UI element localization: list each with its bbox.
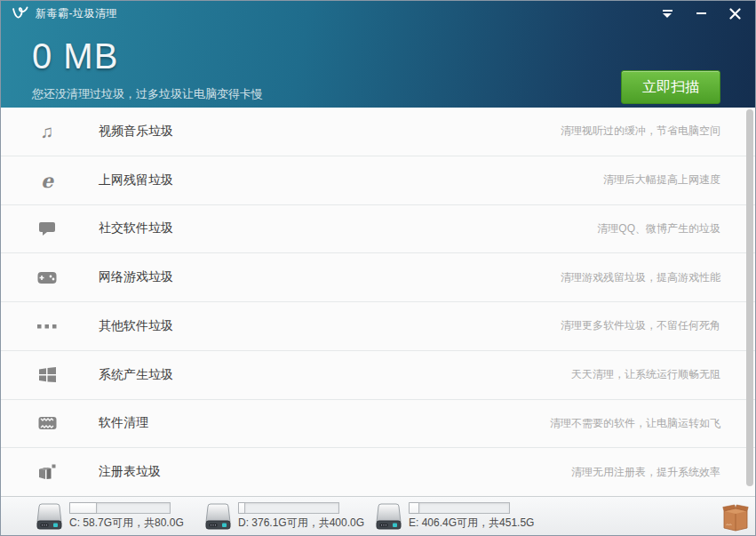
category-desc: 清理后大幅提高上网速度 (603, 172, 720, 188)
category-title: 其他软件垃圾 (99, 318, 173, 334)
disk-usage-bar (238, 502, 339, 514)
disk-usage-fill (410, 503, 419, 513)
app-window: 新毒霸-垃圾清理 0 MB 您还没清理过垃圾，过多垃圾让电 (0, 0, 756, 536)
category-title: 软件清理 (99, 415, 148, 431)
disk-usage-fill (70, 503, 97, 513)
category-desc: 清理不需要的软件，让电脑运转如飞 (550, 416, 720, 431)
window-controls (657, 4, 744, 22)
minimize-icon (696, 12, 706, 14)
category-title: 上网残留垃圾 (99, 172, 173, 188)
category-row-online-games[interactable]: 网络游戏垃圾 清理游戏残留垃圾，提高游戏性能 (1, 253, 755, 302)
windows-logo-icon (33, 367, 61, 382)
header: 新毒霸-垃圾清理 0 MB 您还没清理过垃圾，过多垃圾让电 (1, 1, 755, 108)
category-desc: 清理QQ、微博产生的垃圾 (597, 221, 720, 236)
disk-label: E: 406.4G可用，共451.5G (409, 516, 534, 531)
disk-usage-fill (239, 503, 245, 513)
status-bar: C: 58.7G可用，共80.0G D: 376.1G可用，共400.0G (1, 496, 755, 536)
category-title: 网络游戏垃圾 (99, 269, 173, 285)
ie-browser-icon: e (33, 169, 61, 192)
scrollbar-thumb[interactable] (746, 109, 753, 486)
music-note-icon: ♫ (33, 123, 61, 140)
category-row-system-junk[interactable]: 系统产生垃圾 天天清理，让系统运行顺畅无阻 (1, 351, 755, 400)
category-desc: 清理无用注册表，提升系统效率 (571, 465, 720, 480)
hero-section: 0 MB 您还没清理过垃圾，过多垃圾让电脑变得卡慢 立即扫描 (1, 26, 755, 102)
category-row-registry-junk[interactable]: 注册表垃圾 清理无用注册表，提升系统效率 (1, 448, 755, 496)
disk-status-e: E: 406.4G可用，共451.5G (374, 502, 534, 531)
registry-cube-icon (33, 464, 61, 481)
category-row-video-music[interactable]: ♫ 视频音乐垃圾 清理视听过的缓冲，节省电脑空间 (1, 108, 755, 156)
duba-logo-icon (12, 5, 29, 21)
category-desc: 清理游戏残留垃圾，提高游戏性能 (561, 270, 720, 285)
hard-drive-icon (35, 502, 64, 531)
category-title: 视频音乐垃圾 (99, 124, 173, 140)
junk-category-list: ♫ 视频音乐垃圾 清理视听过的缓冲，节省电脑空间 e 上网残留垃圾 清理后大幅提… (1, 108, 755, 496)
minimize-button[interactable] (691, 4, 711, 22)
titlebar: 新毒霸-垃圾清理 (1, 1, 755, 26)
category-title: 系统产生垃圾 (99, 367, 173, 383)
cardboard-box-icon (722, 502, 749, 532)
recycle-box-button[interactable] (722, 502, 749, 532)
disk-usage-bar (409, 502, 510, 514)
gamepad-icon (33, 271, 61, 284)
category-title: 社交软件垃圾 (99, 220, 173, 236)
disk-label: C: 58.7G可用，共80.0G (69, 516, 184, 531)
main-menu-button[interactable] (657, 4, 677, 22)
menu-icon (663, 10, 672, 18)
software-box-icon (33, 416, 61, 430)
scan-now-button[interactable]: 立即扫描 (621, 70, 720, 104)
category-desc: 清理更多软件垃圾，不留任何死角 (561, 318, 720, 333)
close-button[interactable] (725, 4, 744, 22)
disk-label: D: 376.1G可用，共400.0G (238, 516, 364, 531)
category-row-software-cleanup[interactable]: 软件清理 清理不需要的软件，让电脑运转如飞 (1, 400, 755, 449)
category-row-social-apps[interactable]: 社交软件垃圾 清理QQ、微博产生的垃圾 (1, 205, 755, 254)
disk-status-c: C: 58.7G可用，共80.0G (35, 502, 184, 531)
category-desc: 清理视听过的缓冲，节省电脑空间 (561, 124, 720, 139)
category-row-web-residue[interactable]: e 上网残留垃圾 清理后大幅提高上网速度 (1, 156, 755, 205)
category-title: 注册表垃圾 (99, 464, 161, 480)
chat-bubble-icon (33, 220, 61, 236)
disk-usage-bar (69, 502, 171, 514)
ellipsis-icon (33, 324, 61, 329)
disk-status-d: D: 376.1G可用，共400.0G (203, 502, 364, 531)
close-icon (729, 8, 741, 20)
hard-drive-icon (374, 502, 403, 531)
window-title: 新毒霸-垃圾清理 (36, 6, 117, 21)
hard-drive-icon (203, 502, 233, 531)
category-desc: 天天清理，让系统运行顺畅无阻 (571, 367, 720, 382)
category-row-other-software[interactable]: 其他软件垃圾 清理更多软件垃圾，不留任何死角 (1, 302, 755, 351)
